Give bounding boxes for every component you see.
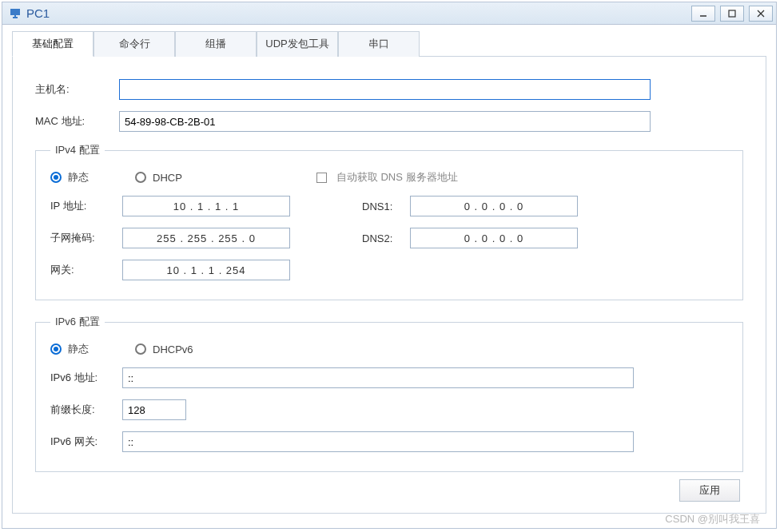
hostname-row: 主机名: (35, 79, 743, 100)
app-icon (9, 7, 22, 20)
ipv4-fieldset: IPv4 配置 静态 DHCP 自动获取 DNS 服务器地址 IP 地址:10 … (35, 143, 743, 300)
ipv6-fieldset: IPv6 配置 静态 DHCPv6 IPv6 地址: 前缀长度: IPv6 网关… (35, 315, 743, 472)
hostname-input[interactable] (119, 79, 651, 100)
ipv6-addr-input[interactable] (122, 367, 634, 388)
minimize-button[interactable] (691, 6, 715, 22)
ip-label: IP 地址: (50, 199, 122, 213)
dns2-label: DNS2: (362, 232, 410, 244)
dns2-input[interactable]: 0 . 0 . 0 . 0 (410, 228, 578, 248)
ipv4-grid: IP 地址:10 . 1 . 1 . 1 子网掩码:255 . 255 . 25… (50, 196, 728, 292)
tab-basic-config[interactable]: 基础配置 (12, 31, 94, 57)
mac-label: MAC 地址: (35, 114, 119, 129)
titlebar: PC1 (2, 2, 776, 25)
ipv6-mode-row: 静态 DHCPv6 (50, 342, 728, 356)
ipv6-prefix-input[interactable] (122, 399, 186, 420)
ipv6-dhcp-radio[interactable] (135, 343, 146, 355)
mac-row: MAC 地址: (35, 111, 743, 132)
app-window: PC1 基础配置 命令行 组播 UDP发包工具 串口 主机名: MAC 地址: (2, 2, 777, 529)
tab-serial[interactable]: 串口 (338, 31, 420, 57)
auto-dns-checkbox[interactable] (316, 173, 327, 183)
apply-button[interactable]: 应用 (679, 479, 740, 502)
content-area: 基础配置 命令行 组播 UDP发包工具 串口 主机名: MAC 地址: IPv4… (2, 25, 776, 528)
ipv4-static-label: 静态 (68, 170, 89, 185)
ipv6-legend: IPv6 配置 (50, 315, 105, 329)
ipv4-mode-row: 静态 DHCP 自动获取 DNS 服务器地址 (50, 170, 728, 185)
ipv4-dhcp-label: DHCP (153, 172, 182, 184)
config-panel: 主机名: MAC 地址: IPv4 配置 静态 DHCP 自动获取 DNS 服务… (12, 57, 766, 514)
ipv4-legend: IPv4 配置 (50, 143, 105, 157)
hostname-label: 主机名: (35, 82, 119, 97)
ipv6-static-radio[interactable] (50, 343, 62, 355)
mask-input[interactable]: 255 . 255 . 255 . 0 (122, 228, 290, 248)
tab-strip: 基础配置 命令行 组播 UDP发包工具 串口 (12, 31, 766, 57)
mask-label: 子网掩码: (50, 231, 122, 245)
close-button[interactable] (749, 6, 773, 22)
dns1-input[interactable]: 0 . 0 . 0 . 0 (410, 196, 578, 216)
ipv6-prefix-label: 前缀长度: (50, 403, 122, 417)
ipv6-addr-label: IPv6 地址: (50, 371, 122, 385)
gw-input[interactable]: 10 . 1 . 1 . 254 (122, 260, 290, 280)
tab-command-line[interactable]: 命令行 (94, 31, 175, 57)
ip-input[interactable]: 10 . 1 . 1 . 1 (122, 196, 290, 216)
ipv6-dhcp-label: DHCPv6 (153, 343, 193, 355)
ipv4-static-radio[interactable] (50, 172, 62, 183)
tab-multicast[interactable]: 组播 (175, 31, 257, 57)
ipv4-right-col: DNS1:0 . 0 . 0 . 0 DNS2:0 . 0 . 0 . 0 (362, 196, 578, 292)
ipv6-gw-input[interactable] (122, 431, 634, 452)
auto-dns-label: 自动获取 DNS 服务器地址 (336, 170, 458, 185)
window-title: PC1 (26, 6, 691, 20)
svg-rect-1 (729, 10, 735, 17)
gw-label: 网关: (50, 263, 122, 277)
tab-udp-tool[interactable]: UDP发包工具 (257, 31, 338, 57)
window-controls (691, 6, 773, 22)
ipv4-left-col: IP 地址:10 . 1 . 1 . 1 子网掩码:255 . 255 . 25… (50, 196, 362, 292)
ipv6-gw-label: IPv6 网关: (50, 435, 122, 449)
watermark: CSDN @别叫我王喜 (665, 512, 760, 526)
maximize-button[interactable] (720, 6, 744, 22)
ipv6-static-label: 静态 (68, 342, 89, 356)
ipv4-dhcp-radio[interactable] (135, 172, 146, 183)
dns1-label: DNS1: (362, 200, 410, 212)
mac-input[interactable] (119, 111, 651, 132)
